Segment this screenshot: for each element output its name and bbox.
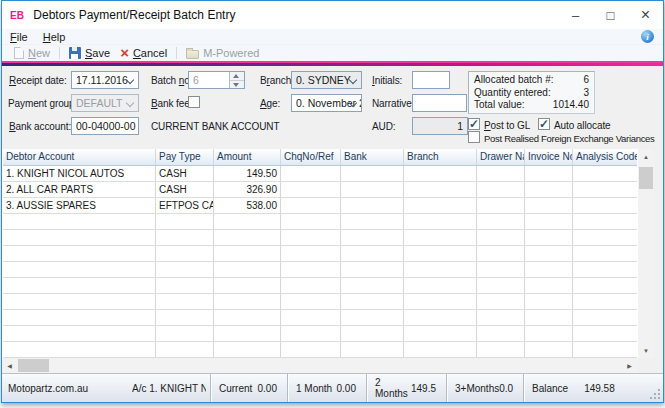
cell-debtor[interactable] [3,230,156,245]
cell-analysis[interactable] [573,278,637,293]
cell-amount[interactable] [214,230,281,245]
cell-amount[interactable] [214,294,281,309]
cell-debtor[interactable] [3,342,156,357]
table-row-empty[interactable] [3,342,637,358]
post-realised-checkbox[interactable] [468,131,480,143]
cell-invoice[interactable] [525,262,573,277]
cell-bank[interactable] [341,310,404,325]
table-row-empty[interactable] [3,310,637,326]
age-combo[interactable]: 0. November 2 [291,94,362,112]
cell-debtor[interactable] [3,294,156,309]
cell-chqno[interactable] [281,182,341,197]
table-row-empty[interactable] [3,246,637,262]
cell-branch[interactable] [404,342,477,357]
cell-debtor[interactable] [3,278,156,293]
col-debtor-account[interactable]: Debtor Account [3,149,156,165]
cell-analysis[interactable] [573,230,637,245]
cell-drawer[interactable] [477,294,525,309]
cell-branch[interactable] [404,214,477,229]
cell-invoice[interactable] [525,182,573,197]
cell-invoice[interactable] [525,166,573,181]
cell-amount[interactable] [214,246,281,261]
cell-invoice[interactable] [525,246,573,261]
cell-chqno[interactable] [281,326,341,341]
cell-analysis[interactable] [573,214,637,229]
cell-chqno[interactable] [281,294,341,309]
cell-analysis[interactable] [573,342,637,357]
resize-grip-icon[interactable] [650,389,660,399]
cell-amount[interactable] [214,214,281,229]
receipt-date-combo[interactable]: 17.11.2016 [71,71,139,89]
spin-up-icon[interactable] [230,72,244,80]
cell-debtor[interactable] [3,310,156,325]
narrative-input[interactable] [412,94,467,112]
menu-help[interactable]: Help [43,31,66,43]
table-row[interactable]: 3. AUSSIE SPARES EFTPOS CASH 538.00 [3,198,637,214]
cell-bank[interactable] [341,230,404,245]
cell-bank[interactable] [341,246,404,261]
cell-bank[interactable] [341,342,404,357]
currency-rate-input[interactable]: 1 [412,117,468,135]
cell-invoice[interactable] [525,342,573,357]
cell-chqno[interactable] [281,262,341,277]
menu-file[interactable]: File [10,31,28,43]
cell-chqno[interactable] [281,198,341,213]
minimize-button[interactable]: – [558,1,593,29]
col-chqno-ref[interactable]: ChqNo/Ref [281,149,341,165]
vertical-scrollbar[interactable]: ▲ ▼ [638,149,654,358]
col-branch[interactable]: Branch [404,149,477,165]
cell-invoice[interactable] [525,230,573,245]
cell-drawer[interactable] [477,326,525,341]
cell-invoice[interactable] [525,326,573,341]
cell-drawer[interactable] [477,166,525,181]
cell-debtor[interactable]: 3. AUSSIE SPARES [3,198,156,213]
cell-debtor[interactable] [3,262,156,277]
cell-analysis[interactable] [573,310,637,325]
cell-drawer[interactable] [477,198,525,213]
scroll-left-icon[interactable]: ◀ [2,358,17,373]
cell-invoice[interactable] [525,294,573,309]
vertical-scrollbar-thumb[interactable] [639,167,653,189]
cell-bank[interactable] [341,326,404,341]
col-amount[interactable]: Amount [214,149,281,165]
cell-analysis[interactable] [573,246,637,261]
cell-drawer[interactable] [477,246,525,261]
m-powered-button[interactable]: M-Powered [186,47,259,59]
horizontal-scrollbar-thumb[interactable] [18,359,49,372]
cell-invoice[interactable] [525,278,573,293]
cell-amount[interactable] [214,326,281,341]
cell-pay-type[interactable] [156,326,214,341]
save-button[interactable]: Save [69,47,110,59]
info-icon[interactable]: i [641,30,654,43]
cell-bank[interactable] [341,278,404,293]
cell-branch[interactable] [404,278,477,293]
col-bank[interactable]: Bank [341,149,404,165]
cell-branch[interactable] [404,230,477,245]
payment-group-combo[interactable]: DEFAULT [71,94,139,112]
cell-branch[interactable] [404,198,477,213]
bank-account-input[interactable]: 00-04000-00 [71,117,139,135]
table-row-empty[interactable] [3,262,637,278]
cell-analysis[interactable] [573,166,637,181]
cell-chqno[interactable] [281,230,341,245]
cell-amount[interactable]: 538.00 [214,198,281,213]
cell-pay-type[interactable] [156,278,214,293]
auto-allocate-checkbox[interactable] [538,118,550,130]
cell-drawer[interactable] [477,182,525,197]
bank-fee-checkbox[interactable] [188,96,200,108]
cell-analysis[interactable] [573,198,637,213]
cell-bank[interactable] [341,198,404,213]
post-to-gl-checkbox[interactable] [468,118,480,130]
cell-branch[interactable] [404,182,477,197]
cell-branch[interactable] [404,262,477,277]
cell-drawer[interactable] [477,342,525,357]
cell-branch[interactable] [404,310,477,325]
cell-branch[interactable] [404,326,477,341]
cell-drawer[interactable] [477,214,525,229]
cell-amount[interactable] [214,262,281,277]
cell-debtor[interactable] [3,326,156,341]
cell-debtor[interactable]: 2. ALL CAR PARTS [3,182,156,197]
cell-branch[interactable] [404,166,477,181]
new-button[interactable]: New [14,47,50,59]
cell-pay-type[interactable] [156,262,214,277]
